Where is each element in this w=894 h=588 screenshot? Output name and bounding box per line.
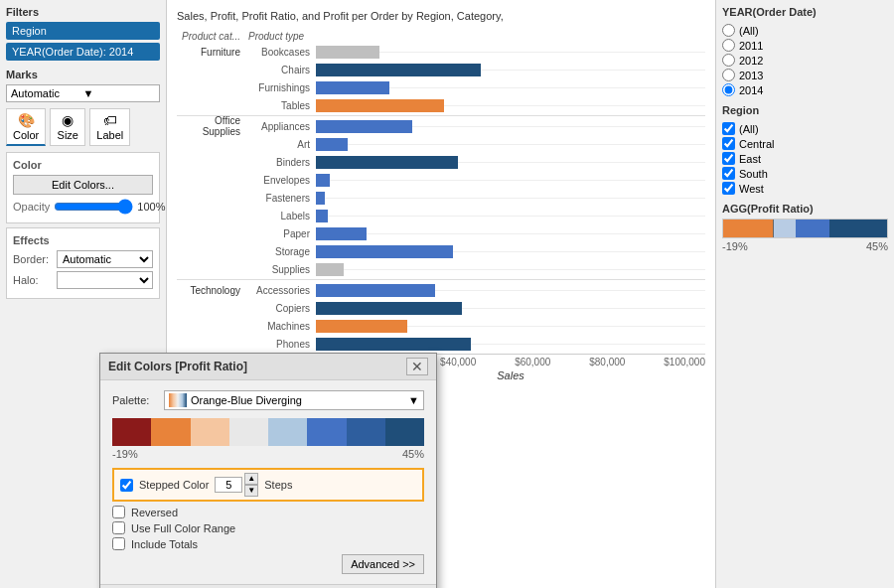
table-row: FurnitureBookcases (177, 44, 705, 60)
color-step-6[interactable] (307, 418, 346, 446)
year-radio-item: 2013 (722, 69, 888, 81)
advanced-row: Advanced >> (112, 554, 424, 574)
region-checkbox-West[interactable] (722, 182, 735, 195)
marks-type-dropdown[interactable]: Automatic ▼ (6, 84, 160, 102)
bar (316, 320, 407, 333)
opacity-value: 100% (137, 201, 165, 213)
reversed-checkbox[interactable] (112, 506, 125, 518)
table-row: Binders (177, 154, 705, 170)
subcategory-label: Labels (246, 211, 316, 221)
opacity-slider[interactable] (54, 201, 133, 213)
region-checkbox-(All)[interactable] (722, 122, 735, 135)
year-radio-2011[interactable] (722, 39, 735, 52)
year-radio-label: 2013 (739, 70, 763, 81)
bar-area (316, 302, 705, 315)
palette-dropdown[interactable]: Orange-Blue Diverging ▼ (164, 390, 424, 410)
year-radio-label: 2014 (739, 84, 763, 96)
filter-region[interactable]: Region (6, 22, 160, 40)
category-label: Office Supplies (177, 115, 246, 137)
chart-inner: Product cat... Product type FurnitureBoo… (167, 27, 715, 381)
year-radio-(All)[interactable] (722, 24, 735, 37)
bar-rows-container: FurnitureBookcasesChairsFurnishingsTable… (177, 44, 705, 352)
year-radio-2012[interactable] (722, 54, 735, 67)
color-strip[interactable] (112, 418, 424, 446)
steps-input[interactable]: 5 (215, 477, 242, 493)
year-radio-2013[interactable] (722, 69, 735, 81)
bar-area (316, 120, 705, 133)
dialog-close-button[interactable]: ✕ (406, 358, 428, 375)
border-row: Border: Automatic (13, 250, 153, 268)
region-checkbox-Central[interactable] (722, 137, 735, 150)
subcategory-label: Tables (246, 100, 316, 111)
halo-label: Halo: (13, 274, 53, 286)
border-select[interactable]: Automatic (57, 250, 153, 268)
size-mark-btn[interactable]: ◉ Size (50, 108, 85, 146)
label-mark-btn[interactable]: 🏷 Label (89, 108, 130, 146)
color-step-7[interactable] (347, 418, 385, 446)
color-mark-btn[interactable]: 🎨 Color (6, 108, 46, 146)
size-icon: ◉ (62, 112, 74, 128)
color-step-2[interactable] (151, 418, 190, 446)
year-radio-2014[interactable] (722, 83, 735, 96)
region-checkbox-South[interactable] (722, 167, 735, 180)
bar-area (316, 99, 705, 112)
table-row: Art (177, 136, 705, 152)
agg-negative-bar (723, 220, 773, 237)
bar (316, 227, 367, 240)
x-axis-label: $80,000 (589, 357, 625, 368)
table-row: Machines (177, 318, 705, 334)
color-step-1[interactable] (112, 418, 151, 446)
region-checkbox-East[interactable] (722, 152, 735, 165)
bar-area (316, 192, 705, 205)
bar (316, 284, 435, 297)
color-step-4[interactable] (229, 418, 268, 446)
opacity-label: Opacity (13, 201, 50, 213)
agg-zero-line (773, 220, 774, 237)
full-color-checkbox[interactable] (112, 521, 125, 534)
bar-area (316, 227, 705, 240)
region-title: Region (722, 104, 888, 116)
dialog-body: Palette: Orange-Blue Diverging ▼ -19% 45… (100, 380, 436, 584)
bar (316, 120, 412, 133)
subcategory-label: Copiers (246, 303, 316, 314)
agg-title: AGG(Profit Ratio) (722, 203, 888, 215)
color-icon: 🎨 (18, 112, 35, 128)
col-header2: Product type (246, 31, 316, 42)
color-step-5[interactable] (268, 418, 307, 446)
color-step-3[interactable] (191, 418, 229, 446)
table-row: Copiers (177, 300, 705, 316)
advanced-button[interactable]: Advanced >> (342, 554, 424, 574)
edit-colors-button[interactable]: Edit Colors... (13, 175, 153, 195)
bar-area (316, 263, 705, 276)
year-radio-label: (All) (739, 25, 759, 37)
agg-bar (722, 219, 888, 238)
subcategory-label: Fasteners (246, 193, 316, 204)
agg-light-bar (773, 220, 796, 237)
halo-select[interactable] (57, 271, 153, 289)
bar-area (316, 138, 705, 151)
color-panel: Color Edit Colors... Opacity 100% (6, 152, 160, 223)
stepped-checkbox[interactable] (120, 479, 133, 492)
agg-range: -19% 45% (722, 240, 888, 252)
subcategory-label: Binders (246, 157, 316, 168)
agg-positive-bar (773, 220, 888, 237)
region-label: East (739, 153, 761, 165)
palette-label: Palette: (112, 394, 158, 406)
category-label: Furniture (177, 47, 246, 58)
stepped-label: Stepped Color (139, 479, 209, 491)
color-step-8[interactable] (385, 418, 424, 446)
region-label: Central (739, 138, 774, 150)
year-radio-label: 2012 (739, 55, 763, 67)
reversed-label: Reversed (131, 507, 178, 518)
table-row: Labels (177, 208, 705, 223)
steps-up-arrow[interactable]: ▲ (244, 473, 258, 485)
region-checkbox-item: West (722, 182, 888, 195)
full-color-label: Use Full Color Range (131, 522, 235, 534)
filter-year[interactable]: YEAR(Order Date): 2014 (6, 43, 160, 61)
marks-icons-row: 🎨 Color ◉ Size 🏷 Label (6, 108, 160, 146)
steps-down-arrow[interactable]: ▼ (244, 485, 258, 497)
region-label: South (739, 168, 768, 180)
subcategory-label: Bookcases (246, 47, 316, 58)
bar-area (316, 245, 705, 258)
include-totals-checkbox[interactable] (112, 537, 125, 550)
